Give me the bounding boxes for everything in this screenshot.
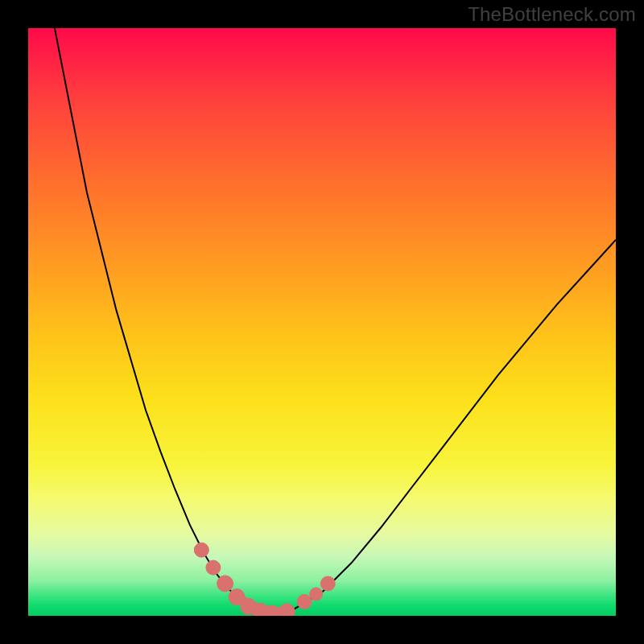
watermark-text: TheBottleneck.com (468, 3, 636, 26)
curve-marker (297, 595, 312, 609)
curve-svg (28, 28, 616, 616)
plot-area (28, 28, 616, 616)
bottleneck-curve (55, 28, 616, 613)
curve-marker (217, 576, 233, 592)
chart-frame: TheBottleneck.com (0, 0, 644, 644)
curve-marker (194, 543, 208, 557)
marker-group (194, 543, 335, 616)
curve-marker (279, 604, 295, 616)
curve-marker (206, 560, 221, 575)
curve-marker (320, 576, 335, 591)
curve-marker (310, 588, 323, 601)
